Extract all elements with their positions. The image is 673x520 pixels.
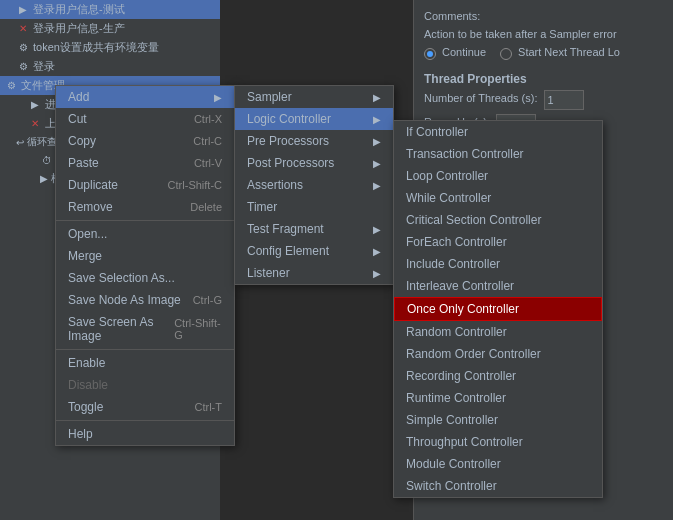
- recording-label: Recording Controller: [406, 369, 516, 383]
- x-icon: ✕: [16, 22, 30, 36]
- menu-help[interactable]: Help: [56, 423, 234, 445]
- menu-add[interactable]: Add ▶: [56, 86, 234, 108]
- runtime-label: Runtime Controller: [406, 391, 506, 405]
- menu-toggle-label: Toggle: [68, 400, 103, 414]
- tree-item-login[interactable]: ⚙ 登录: [0, 57, 220, 76]
- submenu-config-element[interactable]: Config Element ▶: [235, 240, 393, 262]
- sep3: [56, 420, 234, 421]
- critical-label: Critical Section Controller: [406, 213, 541, 227]
- menu-save-selection[interactable]: Save Selection As...: [56, 267, 234, 289]
- menu-help-label: Help: [68, 427, 93, 441]
- interleave-label: Interleave Controller: [406, 279, 514, 293]
- lc-include[interactable]: Include Controller: [394, 253, 602, 275]
- once-only-label: Once Only Controller: [407, 302, 519, 316]
- comments-label: Comments:: [424, 10, 663, 22]
- assertions-label: Assertions: [247, 178, 303, 192]
- throughput-label: Throughput Controller: [406, 435, 523, 449]
- thread-props-title: Thread Properties: [424, 72, 663, 86]
- arrow-icon8: ▶: [373, 268, 381, 279]
- play-icon3: ▶: [40, 172, 48, 186]
- module-label: Module Controller: [406, 457, 501, 471]
- lc-loop[interactable]: Loop Controller: [394, 165, 602, 187]
- duplicate-shortcut: Ctrl-Shift-C: [168, 179, 222, 191]
- num-threads-label: Number of Threads (s):: [424, 92, 538, 104]
- lc-module[interactable]: Module Controller: [394, 453, 602, 475]
- transaction-label: Transaction Controller: [406, 147, 524, 161]
- include-label: Include Controller: [406, 257, 500, 271]
- copy-shortcut: Ctrl-C: [193, 135, 222, 147]
- play-icon2: ▶: [28, 98, 42, 112]
- menu-paste-label: Paste: [68, 156, 99, 170]
- action-radio-group: Continue Start Next Thread Lo: [424, 46, 663, 62]
- lc-recording[interactable]: Recording Controller: [394, 365, 602, 387]
- menu-save-screen[interactable]: Save Screen As Image Ctrl-Shift-G: [56, 311, 234, 347]
- config-element-label: Config Element: [247, 244, 329, 258]
- lc-once-only[interactable]: Once Only Controller: [394, 297, 602, 321]
- lc-throughput[interactable]: Throughput Controller: [394, 431, 602, 453]
- submenu-post-processors[interactable]: Post Processors ▶: [235, 152, 393, 174]
- submenu-pre-processors[interactable]: Pre Processors ▶: [235, 130, 393, 152]
- menu-remove-label: Remove: [68, 200, 113, 214]
- if-label: If Controller: [406, 125, 468, 139]
- lc-critical[interactable]: Critical Section Controller: [394, 209, 602, 231]
- gear-icon: ⚙: [16, 41, 30, 55]
- logic-controller-submenu: If Controller Transaction Controller Loo…: [393, 120, 603, 498]
- menu-toggle[interactable]: Toggle Ctrl-T: [56, 396, 234, 418]
- lc-random-order[interactable]: Random Order Controller: [394, 343, 602, 365]
- menu-enable[interactable]: Enable: [56, 352, 234, 374]
- lc-foreach[interactable]: ForEach Controller: [394, 231, 602, 253]
- tree-item-login-prod[interactable]: ✕ 登录用户信息-生产: [0, 19, 220, 38]
- tree-label: 登录用户信息-测试: [33, 2, 125, 17]
- submenu-assertions[interactable]: Assertions ▶: [235, 174, 393, 196]
- menu-save-selection-label: Save Selection As...: [68, 271, 175, 285]
- menu-cut[interactable]: Cut Ctrl-X: [56, 108, 234, 130]
- menu-open[interactable]: Open...: [56, 223, 234, 245]
- action-label: Action to be taken after a Sampler error: [424, 28, 663, 40]
- lc-switch[interactable]: Switch Controller: [394, 475, 602, 497]
- continue-label: Continue: [442, 46, 486, 58]
- start-next-radio[interactable]: [500, 48, 512, 60]
- save-screen-shortcut: Ctrl-Shift-G: [174, 317, 222, 341]
- menu-duplicate[interactable]: Duplicate Ctrl-Shift-C: [56, 174, 234, 196]
- submenu-sampler[interactable]: Sampler ▶: [235, 86, 393, 108]
- num-threads-input[interactable]: [544, 90, 584, 110]
- loop-label: Loop Controller: [406, 169, 488, 183]
- post-processors-label: Post Processors: [247, 156, 334, 170]
- num-threads-row: Number of Threads (s):: [424, 90, 663, 110]
- menu-paste[interactable]: Paste Ctrl-V: [56, 152, 234, 174]
- tree-item-login-test[interactable]: ▶ 登录用户信息-测试: [0, 0, 220, 19]
- lc-if[interactable]: If Controller: [394, 121, 602, 143]
- arrow-icon: ▶: [373, 92, 381, 103]
- arrow-icon6: ▶: [373, 224, 381, 235]
- menu-merge[interactable]: Merge: [56, 245, 234, 267]
- menu-save-node-label: Save Node As Image: [68, 293, 181, 307]
- lc-simple[interactable]: Simple Controller: [394, 409, 602, 431]
- menu-merge-label: Merge: [68, 249, 102, 263]
- lc-runtime[interactable]: Runtime Controller: [394, 387, 602, 409]
- add-submenu: Sampler ▶ Logic Controller ▶ Pre Process…: [234, 85, 394, 285]
- menu-copy[interactable]: Copy Ctrl-C: [56, 130, 234, 152]
- menu-save-node[interactable]: Save Node As Image Ctrl-G: [56, 289, 234, 311]
- menu-remove[interactable]: Remove Delete: [56, 196, 234, 218]
- simple-label: Simple Controller: [406, 413, 498, 427]
- submenu-test-fragment[interactable]: Test Fragment ▶: [235, 218, 393, 240]
- submenu-timer[interactable]: Timer: [235, 196, 393, 218]
- tree-item-token[interactable]: ⚙ token设置成共有环境变量: [0, 38, 220, 57]
- submenu-listener[interactable]: Listener ▶: [235, 262, 393, 284]
- lc-interleave[interactable]: Interleave Controller: [394, 275, 602, 297]
- sep2: [56, 349, 234, 350]
- foreach-label: ForEach Controller: [406, 235, 507, 249]
- lc-while[interactable]: While Controller: [394, 187, 602, 209]
- gear-icon2: ⚙: [16, 60, 30, 74]
- logic-controller-label: Logic Controller: [247, 112, 331, 126]
- continue-radio[interactable]: [424, 48, 436, 60]
- menu-disable-label: Disable: [68, 378, 108, 392]
- switch-label: Switch Controller: [406, 479, 497, 493]
- lc-transaction[interactable]: Transaction Controller: [394, 143, 602, 165]
- tree-label: 登录: [33, 59, 55, 74]
- arrow-icon2: ▶: [373, 114, 381, 125]
- start-next-label: Start Next Thread Lo: [518, 46, 620, 58]
- lc-random[interactable]: Random Controller: [394, 321, 602, 343]
- submenu-logic-controller[interactable]: Logic Controller ▶: [235, 108, 393, 130]
- remove-shortcut: Delete: [190, 201, 222, 213]
